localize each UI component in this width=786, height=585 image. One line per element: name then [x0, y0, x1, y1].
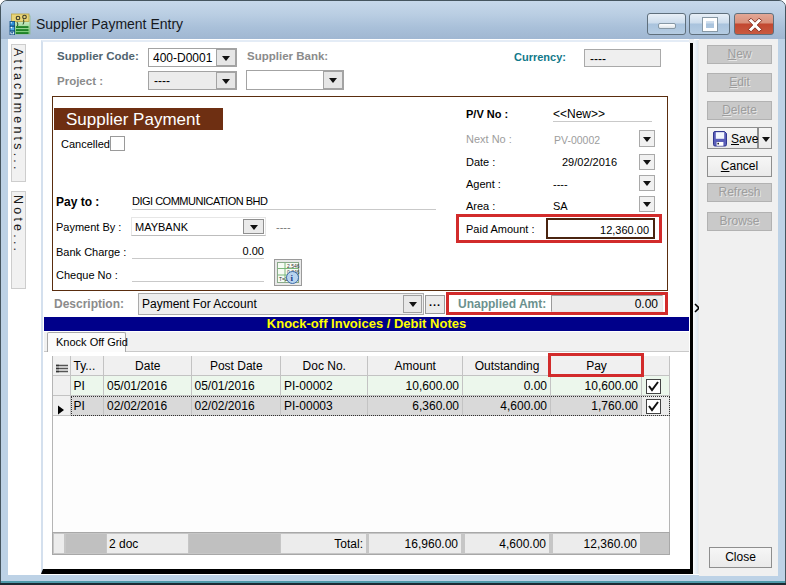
svg-text:2.546: 2.546: [287, 263, 300, 269]
